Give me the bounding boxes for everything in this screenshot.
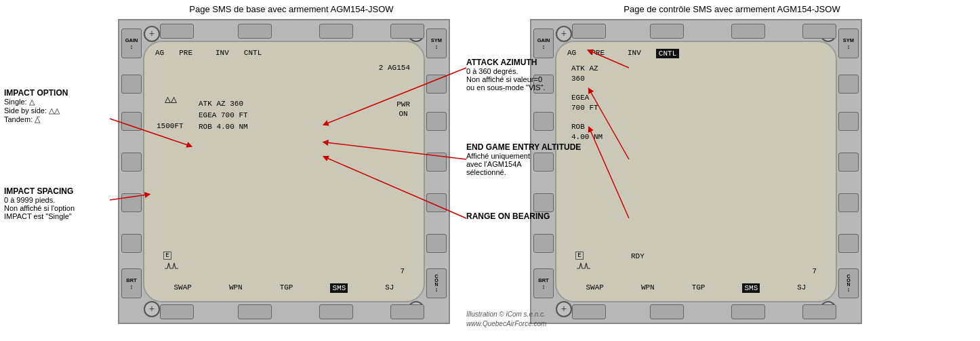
bottom-num-right: 7 [400, 267, 405, 275]
r-bottom-num-right: 7 [812, 267, 817, 275]
top-osb-2[interactable] [238, 24, 272, 39]
r-menu-ag: AG [567, 49, 576, 58]
bottom-num-left: E [163, 252, 182, 271]
gain-label: GAIN [125, 37, 138, 43]
impact-option-annotation: IMPACT OPTION Single: △ Side by side: △△… [4, 88, 109, 124]
r-top-osb-1[interactable] [572, 24, 606, 39]
right-osb-2[interactable] [426, 112, 447, 131]
r-left-osb-4[interactable] [533, 193, 554, 212]
r-bottom-osb-3[interactable] [731, 304, 765, 319]
left-screen: AG PRE INV CNTL 2 AG154 PWR ON △△ 1500FT [143, 41, 425, 302]
r-right-osb-2[interactable] [838, 112, 859, 131]
r-rdy-label: RDY [631, 252, 645, 260]
brt-label: BRT [126, 277, 136, 283]
data-line2: EGEA 700 FT [199, 111, 248, 119]
r-con-button[interactable]: CON ↕ [838, 268, 859, 298]
r-sym-button[interactable]: SYM ↕ [838, 28, 859, 58]
r-menu-cntl: CNTL [656, 49, 679, 58]
r-left-osb-2[interactable] [533, 112, 554, 131]
copyright: Illustration © iCom s.e.n.c. www.QuebecA… [466, 310, 629, 329]
r-gain-button[interactable]: GAIN ↕ [533, 28, 554, 58]
r-corner-tl: + [556, 26, 572, 42]
r-right-osb-1[interactable] [838, 75, 859, 94]
r-menu-tgp: TGP [692, 283, 706, 293]
r-bottom-osb-2[interactable] [650, 304, 684, 319]
r-sym-label: SYM [843, 37, 854, 43]
right-osb-5[interactable] [426, 234, 447, 253]
r-bottom-num-left: E [575, 252, 594, 271]
range-on-bearing-annotation: RANGE ON BEARING [466, 212, 629, 221]
r-menu-swap: SWAP [586, 283, 603, 293]
corner-tl: + [144, 26, 160, 42]
r-menu-wpn: WPN [641, 283, 655, 293]
menu-cntl: CNTL [244, 49, 262, 57]
brt-arrow: ↕ [130, 283, 134, 290]
end-game-annotation: END GAME ENTRY ALTITUDE Affiché uniqueme… [466, 142, 629, 176]
bottom-osb-1[interactable] [160, 304, 194, 319]
con-arrow: ↕ [435, 286, 438, 293]
left-osb-4[interactable] [121, 193, 142, 212]
top-osb-4[interactable] [390, 24, 424, 39]
con-label: CON [434, 274, 439, 286]
r-right-osb-3[interactable] [838, 153, 859, 172]
top-osb-3[interactable] [319, 24, 353, 39]
left-osb-3[interactable] [121, 153, 142, 172]
menu-tgp: TGP [280, 283, 293, 293]
menu-sj: SJ [385, 283, 394, 293]
sym-label: SYM [431, 37, 442, 43]
r-egea: EGEA 700 FT [571, 93, 598, 113]
r-menu-bar: AG PRE INV CNTL [567, 49, 825, 58]
corner-bl: + [144, 301, 160, 317]
r-brt-button[interactable]: BRT ↕ [533, 268, 554, 298]
r-right-osb-5[interactable] [838, 234, 859, 253]
r-rob: ROB 4.00 NM [571, 122, 603, 142]
r-bottom-menu: SWAP WPN TGP SMS SJ [567, 283, 825, 293]
menu-sms: SMS [330, 283, 348, 293]
r-menu-pre: PRE [591, 49, 605, 58]
left-menu-bar: AG PRE INV CNTL [155, 49, 413, 57]
r-gain-label: GAIN [537, 37, 550, 43]
top-osb-1[interactable] [160, 24, 194, 39]
r-top-osb-3[interactable] [731, 24, 765, 39]
impact-spacing-annotation: IMPACT SPACING 0 à 9999 pieds. Non affic… [4, 186, 109, 220]
left-sms-panel: + + + + GAIN ↕ BRT ↕ SYM ↕ [118, 19, 450, 324]
r-top-osb-4[interactable] [802, 24, 836, 39]
bottom-osb-4[interactable] [390, 304, 424, 319]
sym-button-left[interactable]: SYM ↕ [426, 28, 447, 58]
r-con-label: CON [846, 274, 851, 286]
gain-button-left[interactable]: GAIN ↕ [121, 28, 142, 58]
right-osb-1[interactable] [426, 75, 447, 94]
left-osb-2[interactable] [121, 112, 142, 131]
left-osb-5[interactable] [121, 234, 142, 253]
brt-button-left[interactable]: BRT ↕ [121, 268, 142, 298]
bottom-osb-2[interactable] [238, 304, 272, 319]
weapon-label: 2 AG154 [379, 64, 410, 72]
left-panel-title: Page SMS de base avec armement AGM154-JS… [122, 4, 461, 14]
con-button-left[interactable]: CON ↕ [426, 268, 447, 298]
right-osb-3[interactable] [426, 153, 447, 172]
pwr-label: PWR ON [396, 100, 410, 119]
gain-arrow: ↕ [130, 43, 134, 50]
r-right-osb-4[interactable] [838, 193, 859, 212]
left-bottom-menu: SWAP WPN TGP SMS SJ [155, 283, 413, 293]
left-osb-1[interactable] [121, 75, 142, 94]
bottom-osb-3[interactable] [319, 304, 353, 319]
attack-azimuth-annotation: ATTACK AZIMUTH 0 à 360 degrés. Non affic… [466, 58, 629, 92]
menu-wpn: WPN [229, 283, 243, 293]
r-top-osb-2[interactable] [650, 24, 684, 39]
r-bottom-osb-4[interactable] [802, 304, 836, 319]
data-line1: ATK AZ 360 [199, 100, 243, 108]
menu-swap: SWAP [173, 283, 191, 293]
r-brt-label: BRT [538, 277, 548, 283]
menu-pre: PRE [179, 49, 192, 57]
impact-icon: △△ [165, 93, 177, 106]
sym-arrow: ↕ [435, 43, 438, 50]
r-left-osb-5[interactable] [533, 234, 554, 253]
menu-ag: AG [155, 49, 164, 57]
right-osb-4[interactable] [426, 193, 447, 212]
menu-inv: INV [216, 49, 229, 57]
r-menu-inv: INV [628, 49, 641, 58]
right-panel-title: Page de contrôle SMS avec armement AGM15… [529, 4, 935, 14]
r-menu-sj: SJ [797, 283, 806, 293]
data-line3: ROB 4.00 NM [199, 123, 248, 131]
